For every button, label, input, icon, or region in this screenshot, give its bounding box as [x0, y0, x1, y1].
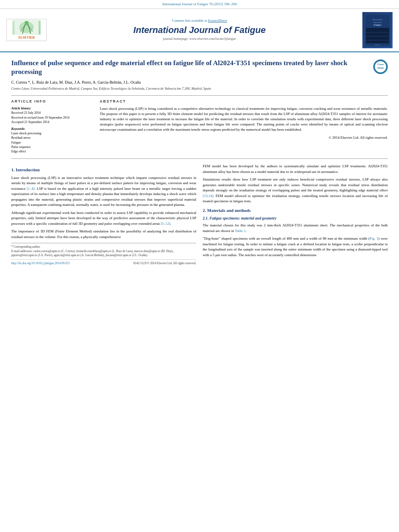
section1-heading: 1. Introduction [11, 167, 196, 173]
abstract-label: ABSTRACT [100, 99, 388, 104]
accepted-date: Accepted 21 September 2014 [11, 120, 92, 124]
keyword-1: Laser shock processing [11, 131, 92, 136]
copyright-text: © 2014 Elsevier Ltd. All rights reserved… [100, 135, 388, 140]
crossmark-icon: Cross Mark [373, 60, 388, 74]
svg-text:Elsevier: Elsevier [375, 44, 380, 46]
article-content: Cross Mark Influence of pulse sequence a… [0, 52, 399, 271]
affiliation: Centro Láser, Universidad Politécnica de… [11, 86, 388, 91]
abstract-text: Laser shock processing (LSP) is being co… [100, 106, 388, 132]
history-label: Article history: [11, 106, 92, 111]
section1-para3: The importance of 3D FEM (Finite Element… [11, 229, 196, 240]
svg-text:Fatigue: Fatigue [374, 23, 381, 26]
footnote-corresponding: * Corresponding author. [11, 245, 196, 249]
keyword-4: Pulse sequence [11, 145, 92, 149]
section1-right-para2: Simulations results show how LSP treatme… [203, 177, 388, 204]
journal-bar: International Journal of Fatigue 70 (201… [0, 0, 399, 9]
sciencedirect-link[interactable]: ScienceDirect [208, 18, 227, 23]
footnote-area: * Corresponding author. E-mail addresses… [11, 243, 196, 258]
abstract-divider [11, 158, 388, 159]
elsevier-logo-area: ELSEVIER [6, 19, 51, 41]
ref-1-4: [1–4] [27, 187, 35, 191]
fig1-ref: Fig. 1 [370, 236, 378, 240]
table1-ref: Table 1 [235, 229, 246, 233]
revised-date: Received in revised form 19 September 20… [11, 115, 92, 120]
keywords-label: Keywords: [11, 127, 92, 131]
keyword-2: Residual stress [11, 136, 92, 140]
svg-text:Journal of: Journal of [374, 21, 382, 23]
body-columns: 1. Introduction Laser shock processing (… [11, 164, 388, 267]
keywords-group: Keywords: Laser shock processing Residua… [11, 127, 92, 154]
crossmark-badge: Cross Mark [373, 60, 388, 74]
journal-title-area: Contents lists available at ScienceDirec… [51, 18, 348, 41]
abstract-panel: ABSTRACT Laser shock processing (LSP) is… [100, 99, 388, 156]
svg-text:Mark: Mark [377, 66, 384, 69]
received-date: Received 23 July 2014 [11, 111, 92, 115]
page: International Journal of Fatigue 70 (201… [0, 0, 399, 532]
journal-cover-area: International Journal of Fatigue Elsevie… [348, 12, 393, 48]
authors-line: C. Correa *, L. Ruiz de Lara, M. Díaz, J… [11, 80, 388, 85]
section1-para2: Although significant experimental work h… [11, 210, 196, 227]
footer-issn: 0142-1123/© 2014 Elsevier Ltd. All right… [133, 261, 196, 266]
keyword-3: Fatigue [11, 140, 92, 145]
journal-cover-image: International Journal of Fatigue Elsevie… [362, 12, 393, 48]
journal-title: International Journal of Fatigue [51, 24, 348, 37]
section1-para1: Laser shock processing (LSP) is an innov… [11, 175, 196, 208]
article-history: Article history: Received 23 July 2014 R… [11, 106, 92, 124]
footer-bar: http://dx.doi.org/10.1016/j.ijfatigue.20… [11, 259, 196, 267]
footnote-emails: E-mail addresses: carlos.correa@upm.es (… [11, 249, 196, 258]
article-title: Influence of pulse sequence and edge mat… [11, 59, 388, 76]
footer-doi[interactable]: http://dx.doi.org/10.1016/j.ijfatigue.20… [11, 261, 70, 266]
svg-rect-8 [366, 28, 389, 43]
title-divider [11, 95, 388, 96]
left-column: 1. Introduction Laser shock processing (… [11, 164, 196, 267]
journal-header: ELSEVIER Contents lists available at Sci… [0, 9, 399, 52]
section1-right-para1: FEM model has been developed by the auth… [203, 164, 388, 175]
section2-para1: The material chosen for this study was 2… [203, 223, 388, 234]
right-column: FEM model has been developed by the auth… [203, 164, 388, 267]
section2-para2: "Dog-bone" shaped specimens with an over… [203, 236, 388, 258]
svg-point-2 [25, 21, 29, 24]
svg-text:Cross: Cross [377, 63, 384, 66]
keyword-5: Edge effect [11, 149, 92, 154]
info-abstract-row: ARTICLE INFO Article history: Received 2… [11, 99, 388, 156]
elsevier-tree-image [12, 21, 41, 35]
ref-13-14: [13,14] [203, 194, 213, 198]
journal-citation: International Journal of Fatigue 70 (201… [162, 2, 237, 6]
elsevier-logo: ELSEVIER [6, 19, 47, 41]
svg-text:International: International [372, 18, 383, 21]
elsevier-brand-text: ELSEVIER [19, 35, 35, 40]
section2-1-heading: 2.1. Fatigue specimens: material and geo… [203, 216, 388, 221]
article-info-label: ARTICLE INFO [11, 99, 92, 104]
ref-5-12: [5–12] [161, 222, 171, 226]
article-info-panel: ARTICLE INFO Article history: Received 2… [11, 99, 92, 156]
authors-text: C. Correa *, L. Ruiz de Lara, M. Díaz, J… [11, 80, 141, 84]
section2-heading: 2. Materials and methods [203, 207, 388, 214]
journal-homepage: journal homepage: www.elsevier.com/locat… [51, 37, 348, 41]
sciencedirect-text: Contents lists available at ScienceDirec… [51, 18, 348, 23]
